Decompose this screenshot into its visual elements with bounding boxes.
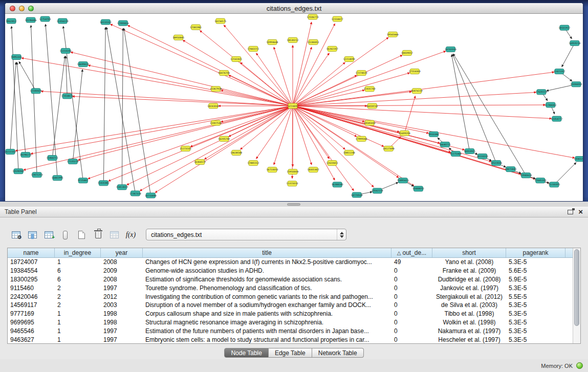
graph-node[interactable]: 16366572: [194, 160, 206, 165]
graph-node[interactable]: 11431882: [98, 181, 110, 186]
graph-node[interactable]: 12871253: [31, 172, 43, 178]
show-columns-button[interactable]: [26, 228, 39, 242]
graph-node[interactable]: 15895623: [397, 178, 409, 183]
graph-edge[interactable]: [66, 56, 68, 96]
graph-node[interactable]: 12940618: [520, 173, 532, 178]
graph-node[interactable]: 17999366: [356, 136, 367, 141]
table-row[interactable]: 946554611997Estimation of the future num…: [8, 326, 573, 335]
graph-edge[interactable]: [122, 28, 123, 187]
graph-node[interactable]: 14638588: [230, 150, 242, 155]
graph-node[interactable]: 9725847: [78, 178, 88, 183]
close-window-button[interactable]: [10, 6, 15, 11]
graph-node[interactable]: 9862812: [6, 18, 16, 24]
graph-node[interactable]: 16510332: [100, 19, 112, 25]
graph-node[interactable]: 16059741: [366, 103, 378, 108]
graph-node[interactable]: 18298270: [20, 152, 32, 157]
graph-edge[interactable]: [562, 43, 575, 67]
graph-node[interactable]: 17287324: [129, 191, 141, 196]
graph-edge[interactable]: [293, 62, 345, 106]
table-row[interactable]: 1872400712008Changes of HCN gene express…: [8, 258, 573, 267]
graph-node[interactable]: 11275466: [450, 151, 462, 156]
graph-node[interactable]: 11431760: [364, 86, 376, 92]
graph-edge[interactable]: [46, 24, 57, 178]
graph-node[interactable]: 18301407: [308, 167, 319, 172]
graph-node[interactable]: 17445109: [534, 178, 546, 183]
graph-edge[interactable]: [155, 106, 293, 193]
graph-node[interactable]: 15356229: [57, 18, 69, 24]
graph-node[interactable]: 13354777: [551, 116, 562, 121]
table-row[interactable]: 2242004622012Investigating the contribut…: [8, 292, 573, 301]
graph-edge[interactable]: [19, 61, 36, 91]
zoom-window-button[interactable]: [28, 6, 34, 11]
graph-node[interactable]: 10994648: [266, 39, 278, 45]
graph-node[interactable]: 18770508: [351, 192, 363, 198]
graph-edge[interactable]: [293, 72, 554, 106]
graph-node[interactable]: 11210200: [60, 48, 72, 53]
graph-node[interactable]: 10196686: [25, 17, 37, 23]
graph-node[interactable]: 16476706: [218, 71, 230, 76]
graph-node[interactable]: 15184451: [308, 39, 319, 45]
graph-node[interactable]: 15367928: [210, 86, 222, 92]
graph-node[interactable]: 9933386: [428, 132, 439, 137]
graph-node[interactable]: 12214090: [343, 56, 355, 61]
graph-edge[interactable]: [274, 47, 293, 106]
tab-network-table[interactable]: Network Table: [312, 348, 364, 358]
graph-edge[interactable]: [293, 106, 312, 165]
table-row[interactable]: 969969511998Structural magnetic resonanc…: [8, 318, 573, 327]
graph-node[interactable]: 18950845: [172, 35, 184, 40]
graph-edge[interactable]: [292, 106, 293, 179]
table-row[interactable]: 1830029562008Estimation of significance …: [8, 275, 573, 284]
graph-node[interactable]: 17663211: [247, 46, 259, 51]
graph-node[interactable]: 17058872: [61, 94, 73, 99]
graph-edge[interactable]: [73, 70, 82, 162]
graph-edge[interactable]: [140, 106, 293, 191]
new-row-button[interactable]: [75, 228, 89, 242]
horizontal-splitter[interactable]: [0, 202, 588, 207]
graph-node[interactable]: 17081981: [190, 25, 202, 30]
column-header-name[interactable]: name: [8, 248, 55, 257]
graph-node[interactable]: 16222332: [5, 149, 16, 154]
graph-node[interactable]: 12100429: [30, 89, 42, 94]
graph-edge[interactable]: [293, 55, 402, 106]
graph-node[interactable]: 17620114: [535, 90, 547, 95]
graph-node[interactable]: 14702033: [445, 47, 456, 52]
graph-node[interactable]: 19565666: [387, 32, 399, 37]
graph-node[interactable]: 14527698: [383, 146, 395, 151]
graph-edge[interactable]: [293, 47, 312, 106]
column-header-pagerank[interactable]: pagerank: [506, 248, 565, 257]
graph-edge[interactable]: [293, 105, 546, 106]
graph-node[interactable]: 10448052: [412, 186, 424, 191]
graph-edge[interactable]: [78, 106, 293, 160]
graph-node[interactable]: 16876159: [411, 89, 423, 94]
graph-edge[interactable]: [127, 25, 293, 105]
graph-node[interactable]: 10851248: [343, 150, 355, 155]
graph-node[interactable]: 13562114: [372, 188, 383, 193]
graph-node[interactable]: 16710050: [266, 167, 278, 172]
tab-node-table[interactable]: Node Table: [224, 348, 269, 358]
graph-edge[interactable]: [293, 37, 388, 106]
table-scrollbar[interactable]: [573, 248, 580, 343]
graph-node[interactable]: 12754701: [39, 16, 51, 21]
graph-node[interactable]: 15046003: [571, 82, 582, 87]
graph-node[interactable]: 17135278: [67, 159, 79, 164]
graph-node[interactable]: 9495330: [11, 54, 21, 59]
graph-node[interactable]: 16156575: [214, 18, 226, 24]
scrollbar-thumb[interactable]: [574, 249, 579, 326]
graph-edge[interactable]: [21, 58, 293, 106]
graph-node[interactable]: 12421207: [553, 69, 565, 74]
table-row[interactable]: 1938455462009Genome-wide association stu…: [8, 267, 573, 275]
graph-node[interactable]: 11007541: [210, 120, 222, 125]
column-header-out_de[interactable]: △out_de...: [391, 248, 432, 257]
graph-node[interactable]: 16959218: [569, 40, 581, 46]
import-table-button[interactable]: [107, 228, 121, 242]
graph-node[interactable]: 15950004: [287, 169, 299, 174]
graph-edge[interactable]: [126, 106, 293, 185]
graph-node[interactable]: 12161821: [230, 56, 242, 61]
graph-node[interactable]: 12610651: [326, 161, 338, 166]
graph-node[interactable]: 15813029: [116, 185, 128, 190]
graph-edge[interactable]: [452, 54, 496, 163]
graph-node[interactable]: 16013925: [464, 148, 475, 154]
graph-edge[interactable]: [110, 24, 293, 106]
tab-edge-table[interactable]: Edge Table: [269, 348, 312, 358]
graph-edge[interactable]: [108, 106, 293, 181]
